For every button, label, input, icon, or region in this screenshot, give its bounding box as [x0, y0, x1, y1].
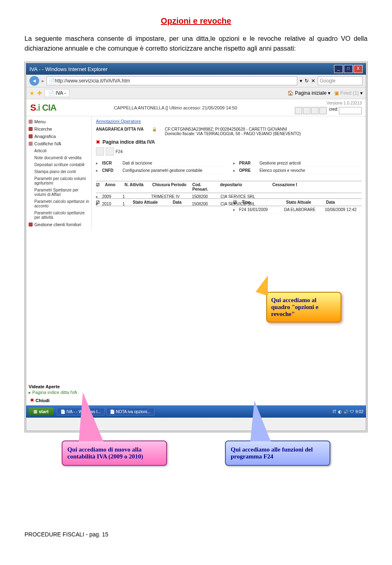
window-title: IVA - - Windows Internet Explorer [29, 66, 107, 72]
sidebar-item-ricerche[interactable]: Ricerche [26, 125, 91, 133]
windows-icon: ⊞ [33, 409, 37, 414]
callout-blue: Qui accediamo alle funzioni del programm… [225, 440, 330, 466]
back-button[interactable]: ◄ [29, 76, 39, 86]
user-line: CAPPELLA ANTONELLA [] Ultimo accesso: 21… [114, 105, 237, 110]
feed-icon[interactable]: ▣ [334, 90, 339, 96]
sidebar-sub[interactable]: Parametri calcolo spettanze per attività [26, 209, 91, 221]
page-footer: PROCEDURE FISCALI - pag. 15 [24, 498, 368, 538]
add-favorite-icon[interactable]: ✚ [37, 90, 42, 96]
sidebar-item-anagrafica[interactable]: Anagrafica [26, 133, 91, 140]
maximize-button[interactable]: □ [344, 65, 353, 73]
table-row[interactable]: ▸ F24 16/01/2009 DA ELABORARE 10/06/2009… [233, 206, 362, 214]
file-icon[interactable] [106, 147, 114, 156]
browser-tab[interactable]: 📄 IVA - [45, 89, 69, 97]
callout-yellow: Qui accediamo al quadro "opzioni e revoc… [266, 292, 341, 323]
lock-icon: 🔒 [152, 127, 157, 131]
screenshot-frame: IVA - - Windows Internet Explorer _ □ X … [24, 62, 368, 432]
refresh-icon[interactable]: ↻ [305, 78, 309, 84]
pagina-iniziale-link[interactable]: Pagina iniziale [295, 90, 326, 96]
folder-icon[interactable] [96, 147, 104, 156]
toolbar-icon[interactable] [303, 107, 310, 114]
feed-link: Feed (1) [340, 90, 359, 96]
page-subtitle: Pagina indice ditta IVA [102, 139, 155, 145]
home-icon[interactable]: 🏠 [287, 90, 294, 96]
app-version: Versione 1.0.23213 [295, 101, 362, 105]
link-row-opre[interactable]: ▸OPREElenco opzioni e revoche [233, 167, 362, 174]
sidebar-sub[interactable]: Articoli [26, 147, 91, 154]
f24-label: F24 [116, 149, 122, 154]
sidebar-sub[interactable]: Parametri calcolo spettanze in acconto [26, 198, 91, 209]
page-icon: 📄 [49, 78, 55, 84]
taskbar: ⊞ start 📄 IVA - - Windows I... 📄 NOTA iv… [26, 405, 366, 418]
app-content: S.i CIA CAPPELLA ANTONELLA [] Ultimo acc… [26, 99, 366, 418]
sidebar-sub[interactable]: Parametri Spettanze per volumi di Affari [26, 187, 91, 198]
sidebar-item-menu[interactable]: Menu [26, 118, 91, 125]
tray-icon[interactable]: ◐ [338, 409, 342, 414]
annotazioni-link[interactable]: Annotazioni Operatore [96, 119, 362, 124]
anagrafica-label: ANAGRAFICA DITTA IVA [96, 127, 144, 131]
address-bar: ◄ ▸ 📄 http://www.servizicia.it/IVA/IVA.h… [26, 75, 366, 87]
cred-input[interactable] [339, 107, 362, 114]
url-input[interactable]: 📄 http://www.servizicia.it/IVA/IVA.htm [47, 76, 297, 85]
minimize-button[interactable]: _ [334, 65, 343, 73]
link-row-prar[interactable]: ▸PRARGestione prezzi articoli [233, 160, 362, 167]
app-header: S.i CIA CAPPELLA ANTONELLA [] Ultimo acc… [26, 99, 366, 116]
anag-domicilio: Domicilio fiscale: VIA TERRALOGGIA, 58 -… [165, 131, 301, 136]
chiudi-button[interactable]: ✖Chiudi [30, 398, 49, 403]
toolbar-icon[interactable] [319, 107, 327, 114]
bottom-tables: ☑ Stato Attuale Data ☑ Tipo Stato Attual… [96, 198, 362, 214]
forward-button[interactable]: ▸ [42, 78, 44, 84]
window-titlebar: IVA - - Windows Internet Explorer _ □ X [26, 63, 366, 75]
sidebar-sub[interactable]: Depositari scritture contabili [26, 161, 91, 168]
toolbar-icon[interactable] [295, 107, 302, 114]
taskbar-task[interactable]: 📄 NOTA iva opzioni... [106, 408, 154, 416]
link-row-cnfd[interactable]: ▸CNFDConfigurazione parametri gestione c… [96, 167, 225, 174]
system-tray: IT ◐ 🔊 🛡 9:02 [333, 409, 363, 414]
url-text: http://www.servizicia.it/IVA/IVA.htm [55, 78, 130, 84]
sidebar-sub[interactable]: Stampa piano dei conti [26, 168, 91, 175]
anag-cf: CF:CRTGNN53A23H898Z; PI:00284250628 - CA… [165, 127, 301, 131]
close-button[interactable]: X [354, 65, 363, 73]
dropdown-icon[interactable]: ▾ [300, 78, 302, 84]
sidebar-sub[interactable]: Parametri per calcolo volumi agriturismi [26, 175, 91, 187]
favorites-bar: ★ ✚ 📄 IVA - 🏠 Pagina iniziale ▾ ▣ Feed (… [26, 87, 366, 99]
sidebar-item-gestione[interactable]: Gestione clienti fornitori [26, 221, 91, 228]
doc-title: Opzioni e revoche [24, 16, 368, 26]
cred-label: cred: [329, 107, 338, 114]
sidebar: Menu Ricerche Anagrafica Codifiche IVA A… [26, 116, 92, 230]
clock: 9:02 [356, 409, 363, 414]
table-header: ☑ Anno N. Attività Chiusura Periodo Cod.… [96, 181, 362, 193]
doc-intro: La seguente maschera consente di imposta… [24, 34, 368, 53]
toolbar-icon[interactable] [311, 107, 318, 114]
open-page-link[interactable]: ▸ Pagina indice ditta IVA [29, 390, 77, 395]
start-button[interactable]: ⊞ start [29, 407, 53, 416]
tray-icon[interactable]: 🛡 [350, 409, 354, 414]
sidebar-sub[interactable]: Note documenti di vendita [26, 154, 91, 161]
lang-indicator[interactable]: IT [333, 409, 336, 414]
callout-pink: Qui accediamo di nuovo alla contabilità … [62, 440, 167, 466]
search-input[interactable]: Google [318, 76, 363, 85]
main-area: Annotazioni Operatore ANAGRAFICA DITTA I… [92, 116, 366, 230]
close-page-icon[interactable]: ✖ [96, 139, 100, 145]
sidebar-item-codifiche[interactable]: Codifiche IVA [26, 140, 91, 147]
link-row-iscr[interactable]: ▸ISCRDati di iscrizione [96, 160, 225, 167]
favorites-star-icon[interactable]: ★ [29, 90, 35, 96]
stop-icon[interactable]: ✕ [311, 78, 315, 84]
app-logo: S.i CIA [30, 102, 56, 113]
tray-icon[interactable]: 🔊 [343, 409, 348, 414]
videate-aperte-label: Videate Aperte [29, 384, 60, 389]
